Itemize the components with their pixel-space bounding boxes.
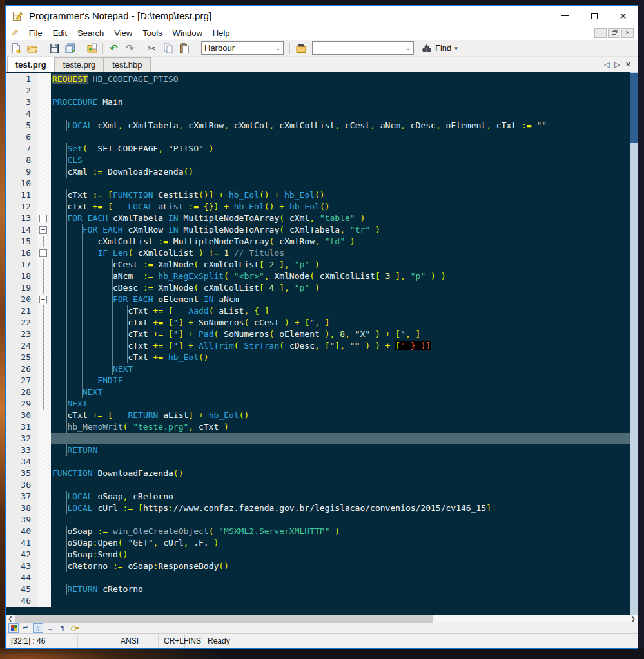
fold-margin[interactable] (37, 305, 51, 317)
line-number[interactable]: 40 (6, 526, 37, 537)
line-number[interactable]: 29 (6, 398, 37, 410)
fold-margin[interactable] (37, 479, 51, 491)
fold-margin[interactable] (37, 201, 51, 213)
fold-margin[interactable] (37, 537, 51, 549)
close-file-button[interactable] (84, 41, 99, 55)
code-line[interactable]: 33RETURN (6, 444, 630, 456)
code-line[interactable]: 29NEXT (6, 398, 630, 410)
fold-margin[interactable] (37, 502, 51, 514)
fold-margin[interactable] (37, 155, 51, 166)
find-in-files-button[interactable] (293, 41, 308, 55)
fold-collapse-icon[interactable]: − (39, 215, 47, 222)
fold-margin[interactable] (37, 143, 51, 155)
cut-button[interactable]: ✂ (144, 41, 159, 55)
fold-margin[interactable] (37, 97, 51, 108)
fold-margin[interactable] (37, 444, 51, 456)
line-number[interactable]: 2 (6, 85, 37, 97)
line-number[interactable]: 26 (6, 363, 37, 375)
tab-test.hbp[interactable]: test.hbp (104, 57, 150, 72)
code-line[interactable]: 22cTxt += ["] + SoNumeros( cCest ) + [",… (6, 317, 630, 329)
tab-test.prg[interactable]: test.prg (7, 57, 55, 72)
line-number[interactable]: 25 (6, 352, 37, 363)
code-line[interactable]: 25cTxt += hb_Eol() (6, 352, 630, 363)
redo-button[interactable]: ↷ (122, 41, 137, 55)
line-number[interactable]: 22 (6, 317, 37, 329)
line-number[interactable]: 14 (6, 224, 37, 236)
code-line[interactable]: 38LOCAL cUrl := [https://www.confaz.faze… (6, 502, 630, 514)
line-number[interactable]: 11 (6, 189, 37, 201)
fold-margin[interactable] (37, 85, 51, 97)
protect-button[interactable] (70, 623, 80, 633)
line-number[interactable]: 12 (6, 201, 37, 213)
vertical-scrollbar[interactable] (630, 72, 638, 615)
code-line[interactable]: 40oSoap := win_OleCreateObject( "MSXML2.… (6, 526, 630, 537)
line-number[interactable]: 9 (6, 166, 37, 178)
menu-edit[interactable]: Edit (48, 27, 72, 39)
code-line[interactable]: 20−FOR EACH oElement IN aNcm (6, 294, 630, 305)
line-number[interactable]: 24 (6, 340, 37, 352)
horizontal-scrollbar[interactable]: ❮ ❯ (6, 615, 638, 622)
line-number[interactable]: 17 (6, 259, 37, 271)
fold-margin[interactable] (37, 236, 51, 247)
code-line[interactable]: 46 (6, 595, 630, 607)
line-number[interactable]: 19 (6, 282, 37, 294)
tab-teste.prg[interactable]: teste.prg (55, 57, 104, 72)
menu-tools[interactable]: Tools (137, 27, 167, 39)
fold-margin[interactable]: − (37, 213, 51, 224)
fold-margin[interactable] (37, 514, 51, 526)
line-number[interactable]: 43 (6, 560, 37, 572)
tab-scroll-right-icon[interactable]: ▷ (614, 61, 620, 69)
fold-margin[interactable] (37, 166, 51, 178)
menu-file[interactable]: File (24, 27, 48, 39)
tab-close-icon[interactable]: ✕ (625, 61, 631, 69)
code-line[interactable]: 26NEXT (6, 363, 630, 375)
tab-scroll-left-icon[interactable]: ◁ (604, 61, 609, 69)
fold-margin[interactable] (37, 282, 51, 294)
line-number[interactable]: 10 (6, 178, 37, 189)
fold-margin[interactable] (37, 560, 51, 572)
color-scheme-button[interactable] (8, 623, 19, 633)
code-line[interactable]: 12cTxt += [ LOCAL aList := {}] + hb_Eol(… (6, 201, 630, 213)
fold-margin[interactable] (37, 189, 51, 201)
code-line[interactable]: 16−IF Len( cXmlColList ) != 1 // Titulos (6, 247, 630, 259)
fold-margin[interactable] (37, 73, 51, 85)
code-line[interactable]: 9cXml := DownloadFazenda() (6, 166, 630, 178)
mdi-restore-button[interactable] (608, 28, 620, 38)
fold-collapse-icon[interactable]: − (39, 296, 47, 303)
line-number[interactable]: 45 (6, 584, 37, 595)
fold-margin[interactable] (37, 572, 51, 584)
open-file-button[interactable] (24, 41, 39, 55)
fold-margin[interactable]: − (37, 247, 51, 259)
line-number[interactable]: 30 (6, 410, 37, 421)
fold-margin[interactable] (37, 271, 51, 282)
line-number[interactable]: 31 (6, 421, 37, 433)
find-button[interactable]: Find ▾ (418, 41, 462, 55)
fold-margin[interactable] (37, 329, 51, 340)
code-line[interactable]: 34 (6, 456, 630, 468)
maximize-button[interactable] (580, 6, 609, 26)
fold-margin[interactable] (37, 410, 51, 421)
menu-search[interactable]: Search (72, 27, 109, 39)
show-eol-button[interactable]: ¶ (57, 623, 68, 633)
word-wrap-button[interactable]: ↵ (21, 623, 31, 633)
line-number[interactable]: 18 (6, 271, 37, 282)
fold-margin[interactable] (37, 468, 51, 479)
fold-margin[interactable] (37, 375, 51, 387)
line-number[interactable]: 35 (6, 468, 37, 479)
fold-margin[interactable] (37, 317, 51, 329)
line-number[interactable]: 6 (6, 131, 37, 143)
search-input[interactable]: ⌄ (312, 41, 414, 55)
line-numbers-button[interactable]: # (33, 623, 43, 633)
fold-margin[interactable]: − (37, 224, 51, 236)
line-number[interactable]: 5 (6, 120, 37, 131)
code-line[interactable]: 21cTxt += [ Aadd( aList, { ] (6, 305, 630, 317)
line-number[interactable]: 16 (6, 247, 37, 259)
code-line[interactable]: 35FUNCTION DownloadFazenda() (6, 468, 630, 479)
code-line[interactable]: 28NEXT (6, 387, 630, 398)
line-number[interactable]: 32 (6, 433, 37, 444)
code-line[interactable]: 2 (6, 85, 630, 97)
line-number[interactable]: 34 (6, 456, 37, 468)
line-number[interactable]: 28 (6, 387, 37, 398)
line-number[interactable]: 3 (6, 97, 37, 108)
line-number[interactable]: 44 (6, 572, 37, 584)
